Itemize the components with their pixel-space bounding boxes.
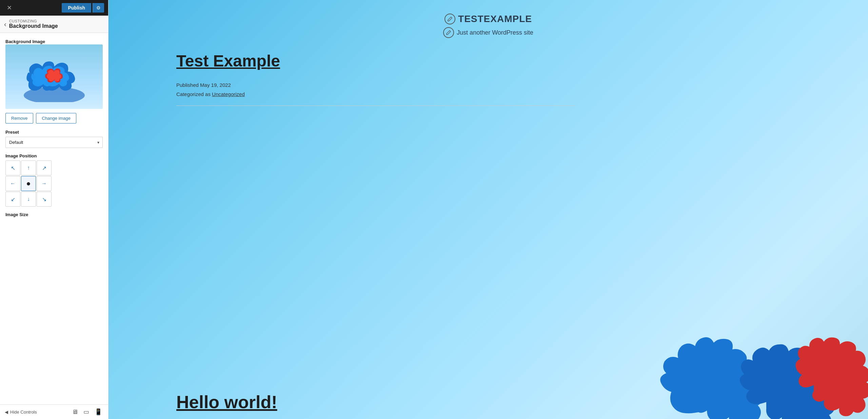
sidebar: ✕ Publish ⚙ ‹ Customizing Background Ima… — [0, 0, 108, 419]
site-tagline-row: Just another WordPress site — [443, 27, 533, 38]
site-tagline-edit-icon[interactable] — [443, 27, 454, 38]
image-size-field: Image Size — [5, 212, 103, 217]
position-bottom-right-button[interactable]: ↘ — [37, 192, 52, 207]
publish-button[interactable]: Publish — [62, 3, 91, 13]
image-position-field: Image Position ↖ ↑ ↗ ← ● → ↙ ↓ ↘ — [5, 153, 103, 207]
publish-settings-button[interactable]: ⚙ — [93, 3, 104, 13]
mobile-view-button[interactable]: 📱 — [93, 407, 103, 416]
background-image-section: Background Image — [5, 38, 103, 123]
customizing-label: Customizing — [9, 19, 58, 23]
desktop-view-button[interactable]: 🖥 — [71, 407, 79, 416]
preview-area: TESTEXAMPLE Just another WordPress site … — [108, 0, 868, 419]
close-button[interactable]: ✕ — [4, 3, 15, 12]
position-bottom-center-button[interactable]: ↓ — [21, 192, 36, 207]
mobile-icon: 📱 — [95, 408, 102, 415]
background-image-preview — [5, 44, 103, 109]
position-center-right-button[interactable]: → — [37, 176, 52, 191]
publish-area: Publish ⚙ — [62, 3, 104, 13]
position-top-center-button[interactable]: ↑ — [21, 160, 36, 175]
image-action-buttons: Remove Change image — [5, 113, 103, 123]
preview-site-header: TESTEXAMPLE Just another WordPress site — [108, 0, 868, 38]
image-position-label: Image Position — [5, 153, 103, 158]
published-date: Published May 19, 2022 — [176, 80, 841, 90]
bottom-bar: ◀ Hide Controls 🖥 ▭ 📱 — [0, 404, 108, 419]
site-title-row: TESTEXAMPLE — [445, 14, 532, 24]
device-icons: 🖥 ▭ 📱 — [71, 407, 103, 416]
preset-select[interactable]: Default Fill Screen Fit Screen Repeat — [5, 137, 103, 148]
categorized-as: Categorized as Uncategorized — [176, 90, 841, 99]
hide-controls-label: Hide Controls — [10, 410, 37, 415]
preset-label: Preset — [5, 130, 103, 135]
puzzle-preview-image — [17, 51, 92, 102]
tablet-icon: ▭ — [83, 408, 89, 415]
tablet-view-button[interactable]: ▭ — [82, 407, 91, 416]
sidebar-content: Background Image — [0, 33, 108, 404]
change-image-button[interactable]: Change image — [36, 113, 76, 123]
post-title: Test Example — [176, 52, 841, 70]
category-link[interactable]: Uncategorized — [212, 91, 245, 97]
position-center-left-button[interactable]: ← — [5, 176, 20, 191]
position-top-right-button[interactable]: ↗ — [37, 160, 52, 175]
position-grid: ↖ ↑ ↗ ← ● → ↙ ↓ ↘ — [5, 160, 103, 207]
preset-field: Preset Default Fill Screen Fit Screen Re… — [5, 130, 103, 148]
puzzle-bottom-right-image — [648, 317, 868, 419]
hello-world-title: Hello world! — [176, 392, 277, 412]
site-tagline: Just another WordPress site — [457, 29, 533, 36]
section-title: Background Image — [9, 23, 58, 29]
bg-image-label: Background Image — [5, 39, 45, 44]
hide-controls-button[interactable]: ◀ Hide Controls — [5, 410, 37, 415]
remove-button[interactable]: Remove — [5, 113, 33, 123]
site-title: TESTEXAMPLE — [458, 14, 532, 24]
site-title-edit-icon[interactable] — [445, 14, 455, 24]
desktop-icon: 🖥 — [72, 408, 78, 415]
back-button[interactable]: ‹ — [4, 20, 9, 28]
hide-icon: ◀ — [5, 410, 8, 415]
preset-select-wrapper: Default Fill Screen Fit Screen Repeat ▾ — [5, 137, 103, 148]
back-header: ‹ Customizing Background Image — [0, 16, 108, 33]
position-bottom-left-button[interactable]: ↙ — [5, 192, 20, 207]
post-meta: Published May 19, 2022 Categorized as Un… — [176, 80, 841, 99]
position-top-left-button[interactable]: ↖ — [5, 160, 20, 175]
position-center-button[interactable]: ● — [21, 176, 36, 191]
image-size-label: Image Size — [5, 212, 103, 217]
back-header-text: Customizing Background Image — [9, 19, 58, 29]
top-bar: ✕ Publish ⚙ — [0, 0, 108, 16]
content-divider — [176, 106, 575, 106]
